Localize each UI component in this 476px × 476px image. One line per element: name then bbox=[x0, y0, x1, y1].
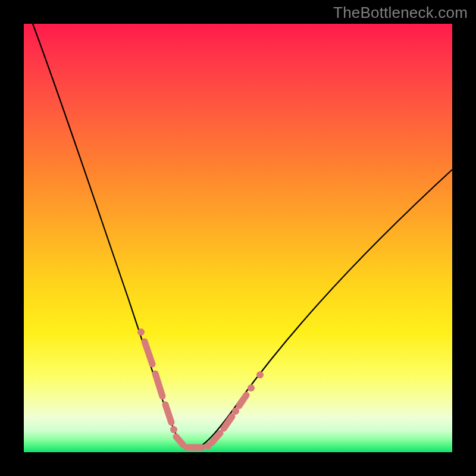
dots-left-seg2 bbox=[155, 374, 162, 396]
dots-floor-1 bbox=[176, 437, 183, 445]
dot bbox=[137, 328, 145, 336]
dots-left-seg1 bbox=[145, 342, 152, 364]
highlight-dots-group bbox=[137, 328, 264, 449]
dots-right-seg2 bbox=[224, 416, 232, 428]
bottleneck-curve bbox=[33, 24, 452, 449]
watermark-text: TheBottleneck.com bbox=[333, 4, 468, 22]
dot bbox=[170, 426, 177, 433]
dots-left-seg3 bbox=[165, 405, 171, 422]
chart-frame: TheBottleneck.com bbox=[0, 0, 476, 476]
curve-svg bbox=[24, 24, 452, 452]
dot bbox=[248, 384, 255, 392]
dots-right-seg3 bbox=[239, 395, 246, 406]
dot bbox=[256, 371, 264, 378]
plot-area bbox=[24, 24, 452, 452]
